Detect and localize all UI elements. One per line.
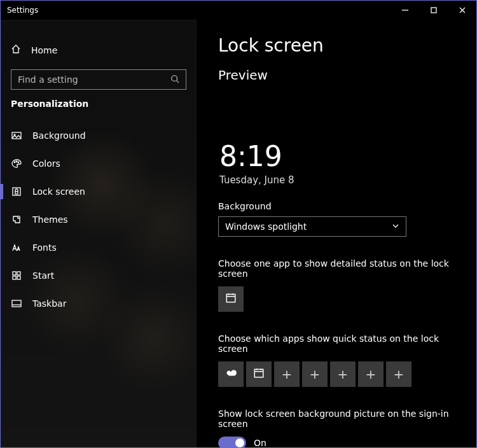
- plus-icon: +: [366, 367, 377, 382]
- plus-icon: +: [394, 367, 404, 382]
- palette-icon: [11, 158, 22, 169]
- fonts-icon: [11, 242, 22, 253]
- themes-icon: [11, 214, 22, 225]
- category-label: Personalization: [1, 99, 197, 109]
- detailed-status-label: Choose one app to show detailed status o…: [218, 258, 455, 279]
- start-icon: [11, 270, 22, 281]
- svg-rect-14: [13, 272, 16, 275]
- search-input[interactable]: [11, 69, 186, 90]
- sidebar-item-taskbar[interactable]: Taskbar: [1, 290, 197, 318]
- picture-icon: [11, 130, 22, 141]
- background-select[interactable]: Windows spotlight: [218, 216, 406, 237]
- quick-status-app-weather[interactable]: [218, 361, 244, 387]
- signin-picture-state: On: [254, 438, 266, 447]
- svg-line-5: [177, 80, 179, 83]
- sidebar-item-start[interactable]: Start: [1, 262, 197, 290]
- svg-point-4: [172, 75, 177, 81]
- svg-point-10: [18, 162, 19, 163]
- preview-time: 8:19: [219, 143, 455, 171]
- svg-point-9: [16, 161, 17, 162]
- svg-line-13: [18, 216, 20, 218]
- content-area: Lock screen Preview 8:19 Tuesday, June 8…: [197, 20, 476, 447]
- sidebar-item-label: Themes: [32, 214, 68, 225]
- sidebar-item-fonts[interactable]: Fonts: [1, 234, 197, 262]
- quick-status-add-slot[interactable]: +: [274, 361, 300, 387]
- svg-rect-17: [17, 276, 20, 279]
- svg-rect-30: [254, 369, 263, 377]
- svg-rect-16: [13, 276, 16, 279]
- window-title: Settings: [1, 6, 391, 15]
- quick-status-add-slot[interactable]: +: [358, 361, 384, 387]
- quick-status-app-calendar[interactable]: [246, 361, 272, 387]
- page-title: Lock screen: [218, 35, 455, 56]
- home-label: Home: [31, 45, 57, 55]
- sidebar-item-label: Colors: [32, 158, 60, 169]
- chevron-down-icon: [392, 221, 399, 232]
- svg-point-8: [14, 162, 15, 163]
- weather-icon: [225, 367, 237, 381]
- lock-screen-preview: 8:19 Tuesday, June 8: [218, 90, 455, 186]
- background-label: Background: [218, 201, 455, 211]
- toggle-knob: [235, 438, 244, 447]
- svg-rect-20: [226, 294, 235, 302]
- sidebar-item-colors[interactable]: Colors: [1, 150, 197, 178]
- detailed-status-app-button[interactable]: [218, 286, 244, 312]
- home-button[interactable]: Home: [1, 39, 197, 62]
- quick-status-add-slot[interactable]: +: [386, 361, 411, 387]
- search-icon: [170, 74, 179, 86]
- home-icon: [11, 44, 21, 57]
- titlebar: Settings: [1, 1, 476, 20]
- quick-status-label: Choose which apps show quick status on t…: [218, 333, 455, 354]
- background-select-value: Windows spotlight: [225, 221, 307, 232]
- svg-rect-12: [15, 192, 18, 194]
- minimize-button[interactable]: [391, 1, 419, 20]
- plus-icon: +: [310, 367, 321, 382]
- sidebar-item-background[interactable]: Background: [1, 122, 197, 150]
- window-controls: [391, 1, 476, 20]
- sidebar-item-themes[interactable]: Themes: [1, 206, 197, 234]
- sidebar-item-label: Background: [32, 130, 86, 141]
- lock-screen-icon: [11, 186, 22, 197]
- taskbar-icon: [11, 298, 22, 309]
- sidebar-item-label: Lock screen: [32, 186, 85, 197]
- preview-heading: Preview: [218, 67, 455, 83]
- sidebar-item-label: Start: [32, 270, 54, 281]
- plus-icon: +: [282, 367, 293, 382]
- svg-rect-18: [12, 300, 21, 307]
- preview-date: Tuesday, June 8: [219, 174, 455, 186]
- search-field[interactable]: [18, 74, 170, 85]
- close-button[interactable]: [448, 1, 476, 20]
- sidebar-item-lock-screen[interactable]: Lock screen: [1, 178, 197, 206]
- plus-icon: +: [338, 367, 349, 382]
- quick-status-add-slot[interactable]: +: [330, 361, 356, 387]
- signin-picture-label: Show lock screen background picture on t…: [218, 409, 455, 429]
- svg-rect-15: [17, 272, 20, 275]
- calendar-icon: [225, 292, 237, 306]
- calendar-icon: [253, 367, 265, 381]
- quick-status-add-slot[interactable]: +: [302, 361, 328, 387]
- sidebar-item-label: Fonts: [32, 242, 57, 253]
- svg-rect-1: [431, 8, 436, 13]
- sidebar: Home Personalization: [1, 20, 197, 447]
- maximize-button[interactable]: [419, 1, 448, 20]
- sidebar-item-label: Taskbar: [32, 298, 66, 309]
- signin-picture-toggle[interactable]: [218, 437, 246, 447]
